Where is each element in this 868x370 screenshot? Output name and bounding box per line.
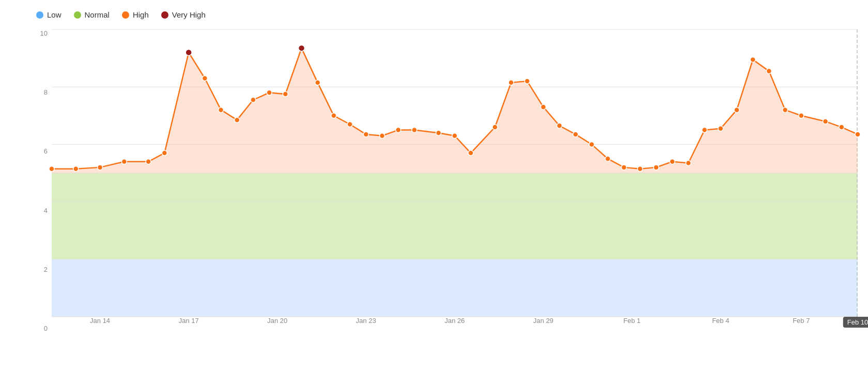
data-point bbox=[638, 166, 643, 172]
data-point bbox=[380, 133, 385, 138]
data-point bbox=[235, 117, 240, 122]
x-label: Jan 26 bbox=[444, 317, 464, 325]
legend-dot bbox=[122, 11, 129, 19]
chart-area: 1086420 Jan 14Jan 17Jan 20Jan 23Jan 26Ja… bbox=[31, 29, 858, 332]
y-label: 10 bbox=[31, 29, 52, 37]
data-point bbox=[436, 130, 441, 135]
x-label: Jan 29 bbox=[533, 317, 553, 325]
x-label: Jan 17 bbox=[179, 317, 199, 325]
data-point bbox=[541, 104, 546, 110]
y-axis: 1086420 bbox=[31, 29, 52, 332]
x-label: Jan 20 bbox=[267, 317, 287, 325]
x-label: Feb 4 bbox=[712, 317, 729, 325]
data-point bbox=[750, 57, 755, 62]
x-axis: Jan 14Jan 17Jan 20Jan 23Jan 26Jan 29Feb … bbox=[52, 317, 858, 332]
data-point bbox=[799, 113, 804, 118]
x-label: Feb 10 bbox=[843, 317, 868, 328]
data-point bbox=[98, 165, 103, 170]
data-point bbox=[363, 132, 368, 137]
data-point bbox=[202, 76, 207, 81]
data-point bbox=[185, 49, 192, 55]
legend-item-very-high: Very High bbox=[161, 10, 206, 19]
data-point bbox=[251, 97, 256, 102]
data-point bbox=[508, 80, 514, 85]
data-point bbox=[73, 166, 79, 172]
data-point bbox=[347, 121, 352, 127]
x-label: Jan 14 bbox=[90, 317, 110, 325]
data-point bbox=[718, 126, 723, 131]
data-point bbox=[49, 166, 54, 172]
y-label: 4 bbox=[31, 207, 52, 214]
data-point bbox=[766, 69, 771, 74]
legend-label: Normal bbox=[85, 10, 110, 19]
legend-item-high: High bbox=[122, 10, 149, 19]
legend-item-low: Low bbox=[36, 10, 61, 19]
y-label: 2 bbox=[31, 266, 52, 273]
data-point bbox=[331, 113, 336, 118]
data-point bbox=[412, 128, 417, 133]
legend-label: High bbox=[133, 10, 149, 19]
data-point bbox=[734, 107, 739, 113]
data-point bbox=[315, 80, 320, 85]
legend-dot bbox=[161, 11, 168, 19]
data-point bbox=[823, 119, 828, 124]
legend-label: Very High bbox=[172, 10, 206, 19]
data-point bbox=[557, 123, 562, 128]
data-point bbox=[492, 125, 498, 130]
data-point bbox=[162, 150, 167, 156]
data-point bbox=[855, 132, 860, 137]
zone-low bbox=[52, 259, 858, 317]
y-label: 0 bbox=[31, 325, 52, 332]
x-label: Feb 7 bbox=[793, 317, 810, 325]
data-point bbox=[605, 156, 610, 161]
data-point bbox=[468, 150, 473, 156]
data-point bbox=[573, 132, 578, 137]
legend-dot bbox=[36, 11, 43, 19]
data-point bbox=[670, 159, 675, 164]
data-point bbox=[267, 90, 272, 95]
data-point bbox=[396, 128, 401, 133]
data-point bbox=[702, 128, 707, 133]
data-point bbox=[686, 161, 691, 166]
y-label: 6 bbox=[31, 147, 52, 155]
data-point bbox=[622, 165, 627, 170]
data-point bbox=[654, 165, 659, 170]
data-point bbox=[121, 159, 127, 164]
x-label: Jan 23 bbox=[356, 317, 376, 325]
legend-label: Low bbox=[47, 10, 61, 19]
legend-item-normal: Normal bbox=[74, 10, 110, 19]
chart-legend: LowNormalHighVery High bbox=[31, 10, 858, 19]
data-point bbox=[524, 79, 530, 84]
data-point bbox=[283, 91, 288, 97]
data-point bbox=[452, 133, 457, 138]
x-label: Feb 1 bbox=[624, 317, 641, 325]
data-point bbox=[839, 125, 844, 130]
data-point bbox=[589, 142, 594, 147]
data-point bbox=[146, 159, 151, 164]
data-point bbox=[299, 45, 305, 51]
data-point bbox=[219, 107, 224, 113]
data-point bbox=[783, 107, 788, 113]
legend-dot bbox=[74, 11, 81, 19]
chart-container: LowNormalHighVery High 1086420 Jan 14Jan… bbox=[0, 0, 868, 370]
zone-normal bbox=[52, 173, 858, 259]
y-label: 8 bbox=[31, 88, 52, 96]
plot-area bbox=[52, 29, 858, 317]
